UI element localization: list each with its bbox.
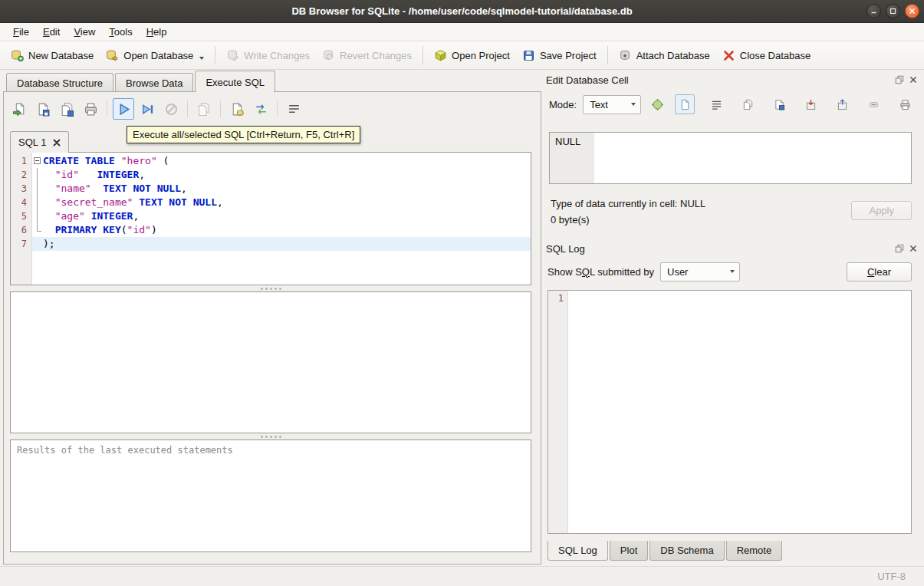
mode-combo[interactable]: Text	[583, 95, 641, 114]
submitted-by-combo[interactable]: User	[660, 262, 740, 281]
print-sql-button[interactable]	[80, 98, 101, 120]
menu-edit[interactable]: Edit	[36, 24, 67, 40]
write-changes-button: Write Changes	[220, 45, 316, 66]
open-database-button[interactable]: Open Database	[100, 45, 210, 66]
copy-cell-button[interactable]	[738, 94, 758, 114]
tab-browse-data[interactable]: Browse Data	[115, 73, 193, 91]
print-cell-button[interactable]	[895, 94, 915, 114]
dock-tab-sql-log[interactable]: SQL Log	[547, 541, 608, 561]
open-project-icon	[434, 49, 447, 62]
workspace: Database Structure Browse Data Execute S…	[0, 70, 924, 566]
close-tab-icon[interactable]	[53, 139, 61, 146]
copy-icon	[742, 99, 754, 110]
mode-label: Mode:	[549, 99, 577, 110]
format-sql-button[interactable]	[283, 98, 304, 120]
apply-button: Apply	[851, 201, 912, 220]
close-dock-button[interactable]	[908, 244, 918, 254]
chevron-down-icon	[730, 270, 735, 273]
tab-database-structure[interactable]: Database Structure	[6, 73, 113, 91]
dock-tab-db-schema[interactable]: DB Schema	[649, 541, 724, 561]
code-text: "age" INTEGER,	[43, 209, 139, 223]
close-button[interactable]	[905, 4, 919, 18]
save-cell-button[interactable]	[769, 94, 789, 114]
line-number: 4	[11, 196, 32, 209]
open-sql-in-tab-button[interactable]	[226, 98, 248, 120]
save-project-icon	[522, 49, 535, 62]
save-sql-file-as-button[interactable]	[56, 98, 77, 120]
results-message-area[interactable]: Results of the last executed statements	[10, 440, 531, 552]
tab-execute-sql[interactable]: Execute SQL	[195, 71, 275, 91]
tab-sql-1[interactable]: SQL 1	[10, 131, 69, 153]
export-icon	[837, 99, 848, 110]
editor-line[interactable]: 1CREATE TABLE "hero" (	[11, 154, 531, 168]
results-grid[interactable]	[10, 291, 531, 433]
dock-tab-remote[interactable]: Remote	[726, 541, 783, 561]
editor-line[interactable]: 3 "name" TEXT NOT NULL,	[11, 182, 531, 196]
export-cell-button[interactable]	[832, 94, 852, 114]
show-sql-label: Show SQL submitted by	[547, 266, 654, 278]
close-dock-button[interactable]	[908, 75, 918, 85]
cell-editor-icon-group	[675, 94, 915, 114]
fold-guide	[32, 223, 43, 237]
line-number: 1	[11, 154, 32, 168]
auto-format-icon	[651, 98, 664, 111]
attach-database-button[interactable]: Attach Database	[613, 45, 716, 66]
fold-marker[interactable]	[32, 154, 43, 168]
execute-all-button[interactable]	[113, 98, 134, 120]
editor-line[interactable]: 7);	[11, 237, 531, 251]
open-database-dropdown-caret[interactable]	[199, 57, 204, 60]
editor-line[interactable]: 6 PRIMARY KEY("id")	[11, 223, 531, 237]
write-changes-icon	[226, 49, 239, 62]
open-project-button[interactable]: Open Project	[428, 45, 516, 66]
splitter-handle[interactable]	[10, 433, 531, 440]
sql-log-dock-header: SQL Log	[546, 241, 918, 256]
word-wrap-button[interactable]	[706, 94, 726, 114]
float-dock-button[interactable]	[894, 244, 904, 254]
set-null-button[interactable]	[863, 94, 883, 114]
find-replace-button[interactable]	[250, 98, 271, 120]
cell-type-info: Type of data currently in cell: NULL	[551, 198, 705, 209]
save-file-icon	[774, 99, 785, 110]
line-number: 5	[11, 209, 32, 223]
cell-mode-row: Mode: Text	[549, 94, 918, 115]
close-icon	[909, 8, 916, 15]
sql-tab-label: SQL 1	[18, 137, 46, 148]
execute-current-line-button[interactable]	[136, 98, 158, 120]
minimize-button[interactable]	[866, 4, 881, 18]
editor-line[interactable]: 5 "age" INTEGER,	[11, 209, 531, 223]
float-dock-icon	[895, 244, 904, 253]
maximize-button[interactable]	[886, 4, 900, 18]
menu-view[interactable]: View	[67, 24, 102, 40]
close-database-button[interactable]: Close Database	[716, 45, 817, 66]
save-sql-file-button[interactable]	[32, 98, 54, 120]
chevron-down-icon	[631, 103, 636, 106]
sql-log-area[interactable]: 1	[547, 290, 912, 534]
menu-help[interactable]: Help	[140, 24, 174, 40]
editor-line[interactable]: 2 "id" INTEGER,	[11, 168, 531, 182]
dock-tab-plot[interactable]: Plot	[610, 541, 648, 561]
auto-format-button[interactable]	[647, 94, 667, 114]
editor-line[interactable]: 4 "secret_name" TEXT NOT NULL,	[11, 196, 531, 209]
cell-editor[interactable]: NULL	[549, 132, 912, 184]
new-database-button[interactable]: New Database	[5, 45, 100, 66]
splitter-handle[interactable]	[10, 285, 531, 291]
toolbar-separator	[423, 46, 423, 64]
clear-log-button[interactable]: Clear	[847, 262, 912, 281]
main-toolbar: New Database Open Database Write Changes	[0, 41, 924, 70]
main-tab-bar: Database Structure Browse Data Execute S…	[3, 71, 541, 91]
document-icon	[679, 99, 691, 110]
save-sql-file-as-icon	[60, 102, 74, 117]
sql-editor-lines: 1CREATE TABLE "hero" (2 "id" INTEGER,3 "…	[11, 154, 531, 251]
save-project-button[interactable]: Save Project	[516, 45, 603, 66]
float-dock-button[interactable]	[894, 75, 904, 85]
sql-editor[interactable]: 1CREATE TABLE "hero" (2 "id" INTEGER,3 "…	[10, 152, 531, 285]
menu-file[interactable]: File	[6, 24, 36, 40]
menu-tools[interactable]: Tools	[102, 24, 139, 40]
cell-info-row: Type of data currently in cell: NULL 0 b…	[551, 198, 912, 230]
text-view-button[interactable]	[675, 94, 695, 114]
edit-cell-dock-header: Edit Database Cell	[546, 72, 918, 87]
import-cell-button[interactable]	[801, 94, 820, 114]
sql-tab-bar: SQL 1	[10, 131, 69, 153]
encoding-indicator[interactable]: UTF-8	[877, 571, 906, 582]
open-sql-file-button[interactable]	[8, 98, 30, 120]
